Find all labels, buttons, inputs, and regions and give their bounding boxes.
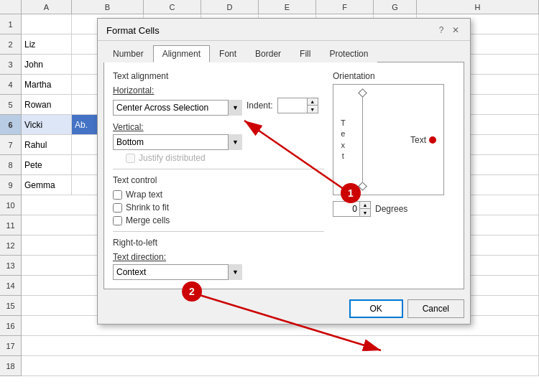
table-row: 17	[0, 336, 539, 356]
degree-input[interactable]	[333, 202, 359, 216]
rtl-heading: Right-to-left	[113, 238, 324, 248]
horizontal-select-wrapper: Center Across Selection General Left (In…	[113, 100, 242, 116]
degree-spinner: ▲ ▼	[333, 201, 371, 217]
degree-row: ▲ ▼ Degrees	[333, 201, 455, 217]
dialog-controls: ? ✕	[436, 24, 461, 36]
text-alignment-heading: Text alignment	[113, 71, 324, 81]
ok-button[interactable]: OK	[349, 299, 403, 318]
shrink-to-fit-checkbox[interactable]	[113, 203, 122, 213]
indent-spinner-btns: ▲ ▼	[307, 98, 318, 113]
justify-distributed-checkbox[interactable]	[126, 154, 135, 163]
text-direction-select-wrapper: Context Left-to-Right Right-to-Left ▼	[113, 264, 242, 280]
shrink-to-fit-label: Shrink to fit	[126, 202, 169, 213]
tab-border[interactable]: Border	[246, 45, 290, 62]
tab-number[interactable]: Number	[103, 45, 153, 62]
col-header-e: E	[259, 0, 316, 14]
dialog-footer: OK Cancel	[98, 295, 470, 324]
merge-cells-row: Merge cells	[113, 215, 324, 225]
col-header-d: D	[201, 0, 259, 14]
orient-diamond-top	[358, 88, 367, 98]
orientation-box: T e x t Text	[333, 84, 444, 195]
tab-font[interactable]: Font	[210, 45, 246, 62]
rtl-section: Right-to-left Text direction: Context Le…	[113, 238, 324, 280]
col-header-a: A	[22, 0, 72, 14]
col-headers: A B C D E F G H	[0, 0, 539, 14]
merge-cells-label: Merge cells	[126, 215, 170, 225]
orient-handle[interactable]	[429, 136, 436, 144]
orient-diamond-bottom	[358, 182, 367, 191]
degree-spinner-btns: ▲ ▼	[359, 202, 370, 216]
dialog-titlebar: Format Cells ? ✕	[98, 19, 470, 41]
orient-vertical-line	[362, 93, 363, 186]
col-header-h: H	[417, 0, 539, 14]
close-button[interactable]: ✕	[450, 24, 461, 36]
dialog-title: Format Cells	[106, 25, 160, 36]
vertical-select[interactable]: Top Center Bottom Justify Distributed	[113, 134, 242, 150]
orient-horizontal-row: Text	[410, 135, 436, 145]
merge-cells-checkbox[interactable]	[113, 216, 122, 225]
shrink-to-fit-row: Shrink to fit	[113, 202, 324, 213]
wrap-text-row: Wrap text	[113, 190, 324, 200]
wrap-text-checkbox[interactable]	[113, 190, 122, 200]
tab-bar: Number Alignment Font Border Fill Protec…	[98, 41, 470, 62]
col-header-b: B	[72, 0, 144, 14]
indent-down-button[interactable]: ▼	[308, 106, 318, 113]
indent-row: Indent: ▲ ▼	[247, 98, 318, 113]
justify-distributed-label: Justify distributed	[139, 153, 206, 163]
text-direction-label: Text direction:	[113, 252, 324, 262]
left-panel: Text alignment Horizontal: Center Across…	[113, 71, 324, 280]
col-header-g: G	[374, 0, 417, 14]
orient-text-label: Text	[410, 135, 426, 145]
vertical-select-wrapper: Top Center Bottom Justify Distributed ▼	[113, 134, 242, 150]
dialog-body: Text alignment Horizontal: Center Across…	[103, 62, 464, 289]
indent-up-button[interactable]: ▲	[308, 98, 318, 106]
horizontal-select[interactable]: Center Across Selection General Left (In…	[113, 100, 242, 116]
tab-alignment[interactable]: Alignment	[153, 45, 210, 62]
divider2	[113, 231, 324, 232]
col-header-c: C	[144, 0, 201, 14]
tab-fill[interactable]: Fill	[290, 45, 320, 62]
text-control-heading: Text control	[113, 175, 324, 185]
degree-label: Degrees	[375, 204, 407, 214]
text-direction-select[interactable]: Context Left-to-Right Right-to-Left	[113, 264, 242, 280]
format-cells-dialog: Format Cells ? ✕ Number Alignment Font B…	[97, 18, 471, 325]
degree-up-button[interactable]: ▲	[360, 202, 370, 209]
indent-label: Indent:	[247, 101, 273, 111]
horizontal-label: Horizontal:	[113, 85, 324, 95]
col-header-num	[0, 0, 22, 14]
tab-protection[interactable]: Protection	[320, 45, 377, 62]
indent-input[interactable]	[278, 98, 307, 113]
degree-down-button[interactable]: ▼	[360, 209, 370, 216]
orient-vertical-text: T e x t	[341, 99, 346, 180]
cancel-button[interactable]: Cancel	[407, 299, 464, 318]
justify-distributed-row: Justify distributed	[126, 153, 324, 163]
vertical-label: Vertical:	[113, 122, 324, 132]
table-row: 18	[0, 356, 539, 376]
col-header-f: F	[316, 0, 374, 14]
orientation-heading: Orientation	[333, 71, 455, 81]
right-panel: Orientation T e x t Text	[333, 71, 455, 280]
wrap-text-label: Wrap text	[126, 190, 162, 200]
indent-spinner: ▲ ▼	[277, 98, 318, 113]
divider1	[113, 169, 324, 169]
help-button[interactable]: ?	[436, 24, 447, 36]
